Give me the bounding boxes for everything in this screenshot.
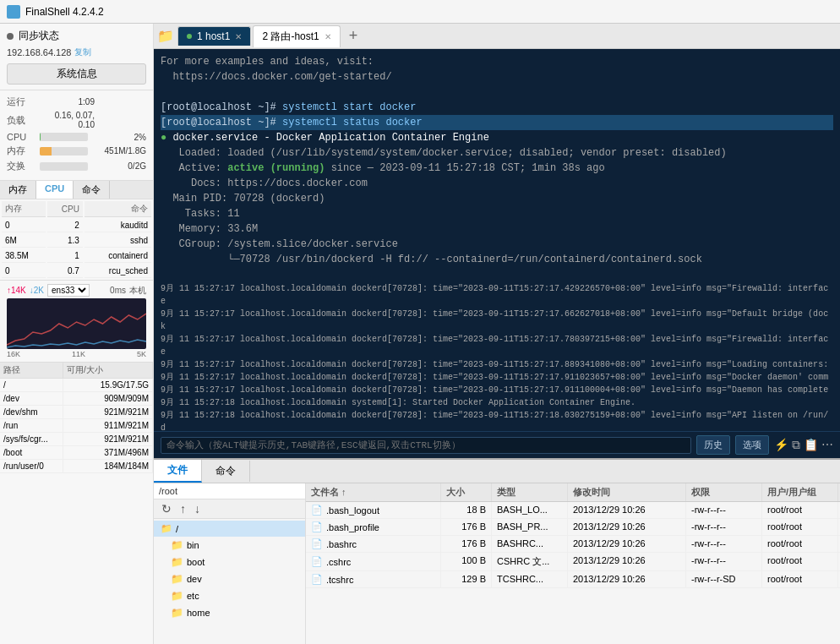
tab-add-button[interactable]: +	[342, 27, 365, 45]
chart-label-16k: 16K	[7, 350, 20, 358]
term-line: Loaded: loaded (/usr/lib/systemd/system/…	[161, 145, 833, 161]
disk-row[interactable]: /15.9G/17.5G	[0, 379, 153, 392]
proc-cpu: 1.3	[47, 234, 83, 248]
disk-row[interactable]: /boot371M/496M	[0, 446, 153, 460]
chart-label-5k: 5K	[137, 350, 146, 358]
file-date: 2013/12/29 10:26	[568, 553, 686, 570]
file-name: 📄.cshrc	[306, 553, 441, 570]
process-table: 内存 CPU 命令 02kauditd6M1.3sshd38.5M1contai…	[0, 199, 153, 280]
tree-bin-label: bin	[187, 540, 199, 550]
file-name: 📄.bashrc	[306, 536, 441, 552]
dev-folder-icon: 📁	[171, 573, 183, 585]
tab-host1-close[interactable]: ✕	[235, 32, 242, 41]
disk-path: /dev/shm	[0, 406, 63, 418]
file-owner: root/root	[762, 502, 838, 518]
bottom-tab-cmd[interactable]: 命令	[202, 461, 250, 482]
tree-item-boot[interactable]: 📁 boot	[154, 554, 305, 570]
term-line: 9月 11 15:27:17 localhost.localdomain doc…	[161, 282, 833, 308]
net-up: ↑14K	[7, 286, 26, 295]
disk-row[interactable]: /run/user/0184M/184M	[0, 460, 153, 473]
file-name: 📄.bash_profile	[306, 519, 441, 535]
tab-bar: 📁 1 host1 ✕ 2 路由-host1 ✕ +	[154, 24, 840, 49]
paste-icon[interactable]: 📋	[804, 438, 818, 452]
sysinfo-button[interactable]: 系统信息	[7, 63, 146, 85]
bottom-tab-file[interactable]: 文件	[154, 460, 202, 483]
sidebar-top: 同步状态 192.168.64.128 复制 系统信息	[0, 24, 153, 90]
more-icon[interactable]: ⋯	[821, 438, 833, 452]
disk-row[interactable]: /sys/fs/cgr...921M/921M	[0, 433, 153, 446]
file-type: BASH_LO...	[492, 502, 568, 518]
disk-row[interactable]: /dev909M/909M	[0, 392, 153, 406]
tab-host1[interactable]: 1 host1 ✕	[177, 26, 251, 46]
tree-dev-label: dev	[187, 574, 202, 584]
tab-router[interactable]: 2 路由-host1 ✕	[253, 25, 340, 47]
swap-bar-container	[40, 162, 88, 171]
terminal-area[interactable]: For more examples and ideas, visit: http…	[154, 49, 840, 431]
cpu-bar	[40, 133, 41, 141]
disk-row[interactable]: /run911M/921M	[0, 419, 153, 433]
file-list-row[interactable]: 📄.tcshrc 129 B TCSHRC... 2013/12/29 10:2…	[306, 571, 840, 588]
app-title: FinalShell 4.2.4.2	[25, 6, 104, 18]
run-value: 1:09	[40, 97, 95, 106]
header-date[interactable]: 修改时间	[568, 483, 686, 501]
network-interface-select[interactable]: ens33	[47, 284, 90, 297]
proc-cpu: 1	[47, 249, 83, 263]
file-tree: 📁 / 📁 bin 📁 boot 📁 d	[154, 519, 305, 644]
header-type[interactable]: 类型	[492, 483, 568, 501]
file-name: 📄.tcshrc	[306, 571, 441, 587]
history-button[interactable]: 历史	[696, 435, 730, 455]
network-header: ↑14K ↓2K ens33 0ms 本机	[7, 284, 146, 297]
file-owner: root/root	[762, 571, 838, 587]
tree-item-home[interactable]: 📁 home	[154, 604, 305, 621]
disk-path: /sys/fs/cgr...	[0, 433, 63, 445]
header-name[interactable]: 文件名 ↑	[306, 483, 441, 501]
proc-mem: 0	[2, 219, 46, 232]
file-path-bar: /root	[154, 483, 305, 499]
process-row: 6M1.3sshd	[2, 234, 151, 248]
term-line: For more examples and ideas, visit:	[161, 54, 833, 69]
copy-button[interactable]: 复制	[74, 46, 91, 58]
refresh-button[interactable]: ↻	[159, 501, 174, 516]
disk-rows: /15.9G/17.5G/dev909M/909M/dev/shm921M/92…	[0, 379, 153, 473]
download-button[interactable]: ↓	[192, 501, 203, 516]
disk-row[interactable]: /dev/shm921M/921M	[0, 406, 153, 419]
tree-item-root[interactable]: 📁 /	[154, 521, 305, 537]
process-tab-cpu[interactable]: CPU	[36, 181, 74, 199]
tree-item-bin[interactable]: 📁 bin	[154, 537, 305, 554]
cmd-input[interactable]	[166, 440, 685, 450]
file-size: 129 B	[441, 571, 492, 587]
cmd-input-wrapper[interactable]	[161, 437, 691, 454]
file-list: 文件名 ↑ 大小 类型 修改时间 权限 用户/用户组 📄.bash_logout…	[306, 483, 840, 644]
process-tabs: 内存 CPU 命令	[0, 181, 153, 199]
tab-router-close[interactable]: ✕	[325, 32, 331, 41]
file-icon: 📄	[311, 505, 323, 516]
header-perm[interactable]: 权限	[686, 483, 762, 501]
upload-button[interactable]: ↑	[177, 501, 188, 516]
file-list-row[interactable]: 📄.bash_logout 18 B BASH_LO... 2013/12/29…	[306, 502, 840, 519]
main-layout: 同步状态 192.168.64.128 复制 系统信息 运行 1:09 负载 0…	[0, 24, 840, 644]
col-name: 命令	[85, 201, 151, 217]
run-row: 运行 1:09	[7, 96, 146, 108]
file-list-row[interactable]: 📄.cshrc 100 B CSHRC 文... 2013/12/29 10:2…	[306, 553, 840, 571]
lightning-icon[interactable]: ⚡	[774, 438, 788, 452]
tree-item-dev[interactable]: 📁 dev	[154, 570, 305, 587]
disk-size: 184M/184M	[63, 460, 153, 472]
disk-section: 路径 可用/大小 /15.9G/17.5G/dev909M/909M/dev/s…	[0, 363, 153, 644]
header-size[interactable]: 大小	[441, 483, 492, 501]
process-tab-mem[interactable]: 内存	[0, 181, 36, 199]
options-button[interactable]: 选项	[735, 435, 769, 455]
tree-item-etc[interactable]: 📁 etc	[154, 587, 305, 604]
copy-icon[interactable]: ⧉	[792, 438, 800, 452]
file-list-row[interactable]: 📄.bashrc 176 B BASHRC... 2013/12/29 10:2…	[306, 536, 840, 553]
cmd-bar: 历史 选项 ⚡ ⧉ 📋 ⋯	[154, 431, 840, 458]
disk-size: 371M/496M	[63, 446, 153, 459]
file-list-row[interactable]: 📄.bash_profile 176 B BASH_PR... 2013/12/…	[306, 519, 840, 536]
titlebar: FinalShell 4.2.4.2	[0, 0, 840, 24]
term-line: Memory: 33.6M	[161, 221, 833, 237]
mem-row: 内存 451M/1.8G	[7, 145, 146, 157]
col-cpu: CPU	[47, 201, 83, 217]
file-owner: root/root	[762, 553, 838, 570]
file-toolbar-left: ↻ ↑ ↓	[154, 499, 305, 519]
header-owner[interactable]: 用户/用户组	[762, 483, 838, 501]
process-tab-cmd[interactable]: 命令	[74, 181, 110, 199]
